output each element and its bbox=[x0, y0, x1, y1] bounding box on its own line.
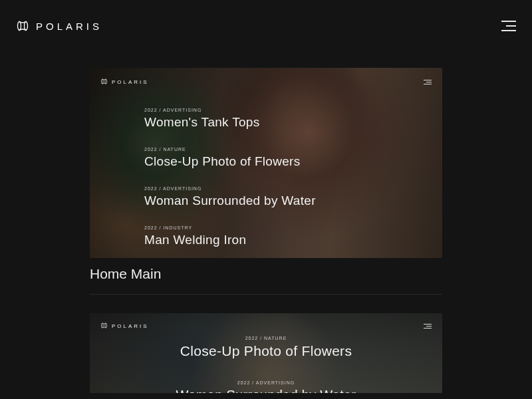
preview-list: 2022 / NATURE Close-Up Photo of Flowers … bbox=[100, 336, 432, 393]
preview-item: 2022 / INDUSTRY Man Welding Iron bbox=[144, 225, 432, 247]
preview-item-meta: 2022 / NATURE bbox=[144, 147, 432, 152]
preview-brand: POLARIS bbox=[100, 320, 149, 332]
preview-item-title: Women's Tank Tops bbox=[144, 115, 432, 130]
preview-item-meta: 2022 / ADVERTISING bbox=[144, 186, 432, 191]
menu-icon bbox=[424, 80, 432, 84]
preview-item-meta: 2022 / INDUSTRY bbox=[144, 225, 432, 230]
divider bbox=[90, 294, 442, 295]
preview-item: 2022 / ADVERTISING Women's Tank Tops bbox=[144, 108, 432, 130]
topbar: POLARIS bbox=[0, 0, 532, 40]
menu-icon bbox=[424, 324, 432, 329]
preview-item-title: Close-Up Photo of Flowers bbox=[144, 154, 432, 169]
logo-icon bbox=[100, 320, 108, 332]
preview-item-title: Woman Surrounded by Water bbox=[176, 388, 356, 393]
preview-brand-name: POLARIS bbox=[112, 323, 149, 329]
preview-item: 2022 / ADVERTISING Woman Surrounded by W… bbox=[176, 380, 356, 393]
preview-brand: POLARIS bbox=[100, 76, 149, 88]
preview-item: 2022 / ADVERTISING Woman Surrounded by W… bbox=[144, 186, 432, 208]
preview-item-title: Man Welding Iron bbox=[144, 233, 432, 247]
preview-item-title: Woman Surrounded by Water bbox=[144, 194, 432, 208]
brand-link[interactable]: POLARIS bbox=[16, 19, 102, 33]
preview-item-meta: 2022 / ADVERTISING bbox=[144, 108, 432, 112]
logo-icon bbox=[16, 19, 29, 33]
demo-card-home-main[interactable]: POLARIS 2022 / ADVERTISING Women's Tank … bbox=[90, 68, 442, 258]
brand-name: POLARIS bbox=[36, 21, 102, 32]
preview-list: 2022 / ADVERTISING Women's Tank Tops 202… bbox=[100, 108, 432, 247]
preview-inner: POLARIS 2022 / NATURE Close-Up Photo of … bbox=[90, 313, 442, 393]
logo-icon bbox=[100, 76, 108, 88]
preview-item-meta: 2022 / ADVERTISING bbox=[176, 380, 356, 385]
content: POLARIS 2022 / ADVERTISING Women's Tank … bbox=[90, 68, 442, 393]
preview-item: 2022 / NATURE Close-Up Photo of Flowers bbox=[180, 336, 352, 359]
preview-brand-name: POLARIS bbox=[112, 79, 149, 85]
preview-topbar: POLARIS bbox=[100, 320, 432, 332]
preview-topbar: POLARIS bbox=[100, 76, 432, 88]
demo-card-second[interactable]: POLARIS 2022 / NATURE Close-Up Photo of … bbox=[90, 313, 442, 393]
preview-item: 2022 / NATURE Close-Up Photo of Flowers bbox=[144, 147, 432, 169]
preview-item-title: Close-Up Photo of Flowers bbox=[180, 343, 352, 359]
preview-item-meta: 2022 / NATURE bbox=[180, 336, 352, 340]
card-caption: Home Main bbox=[90, 266, 442, 282]
menu-icon[interactable] bbox=[501, 21, 516, 31]
preview-inner: POLARIS 2022 / ADVERTISING Women's Tank … bbox=[90, 68, 442, 258]
